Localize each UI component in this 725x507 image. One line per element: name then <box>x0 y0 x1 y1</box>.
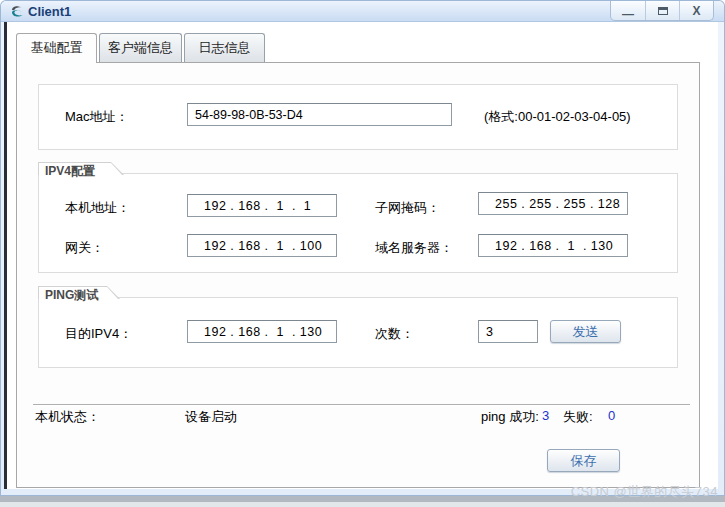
maximize-icon <box>658 7 668 15</box>
subnet-mask-input[interactable] <box>478 192 628 215</box>
screen: Client1 — X 基础配置 客户端信息 日志信息 Mac地址： <box>0 0 725 507</box>
ipv4-section-title: IPV4配置 <box>41 163 101 180</box>
window-controls: — X <box>610 1 714 21</box>
client1-window: Client1 — X 基础配置 客户端信息 日志信息 Mac地址： <box>0 0 725 496</box>
close-icon: X <box>692 4 700 18</box>
tab-log-info[interactable]: 日志信息 <box>184 33 265 62</box>
maximize-button[interactable] <box>645 1 679 20</box>
ping-section-title: PING测试 <box>41 287 104 304</box>
window-title: Client1 <box>28 4 71 19</box>
local-address-input[interactable] <box>187 194 337 217</box>
ping-fail-count: 0 <box>608 408 615 423</box>
tab-basic-config[interactable]: 基础配置 <box>16 33 97 63</box>
ping-dest-label: 目的IPV4： <box>65 325 132 343</box>
mac-format-hint: (格式:00-01-02-03-04-05) <box>484 108 631 126</box>
mac-address-label: Mac地址： <box>65 108 129 126</box>
mac-address-input[interactable] <box>187 103 452 126</box>
watermark: CSDN @世界的尽头734 <box>571 483 718 501</box>
dns-server-input[interactable] <box>478 234 628 257</box>
send-button[interactable]: 发送 <box>550 320 621 343</box>
page-background-band-light <box>0 502 725 507</box>
gateway-label: 网关： <box>65 239 104 257</box>
ensp-client-icon <box>9 4 25 20</box>
ipv4-groupbox: IPV4配置 <box>38 173 678 273</box>
status-separator <box>33 404 690 406</box>
tab-client-info[interactable]: 客户端信息 <box>99 33 182 62</box>
subnet-mask-label: 子网掩码： <box>375 199 440 217</box>
titlebar[interactable]: Client1 — X <box>1 1 724 22</box>
gateway-input[interactable] <box>187 234 337 257</box>
ping-success-label: ping 成功: <box>481 408 539 426</box>
dns-server-label: 域名服务器： <box>375 239 453 257</box>
local-address-label: 本机地址： <box>65 199 130 217</box>
ping-success-count: 3 <box>542 408 549 423</box>
ping-fail-label: 失败: <box>563 408 593 426</box>
host-status-label: 本机状态： <box>35 408 100 426</box>
host-status-value: 设备启动 <box>185 408 237 426</box>
minimize-icon: — <box>622 7 634 21</box>
ping-dest-input[interactable] <box>187 320 337 343</box>
minimize-button[interactable]: — <box>611 1 645 20</box>
close-button[interactable]: X <box>679 1 713 20</box>
ping-count-input[interactable] <box>478 320 538 343</box>
save-button[interactable]: 保存 <box>547 449 620 472</box>
ping-count-label: 次数： <box>375 325 414 343</box>
